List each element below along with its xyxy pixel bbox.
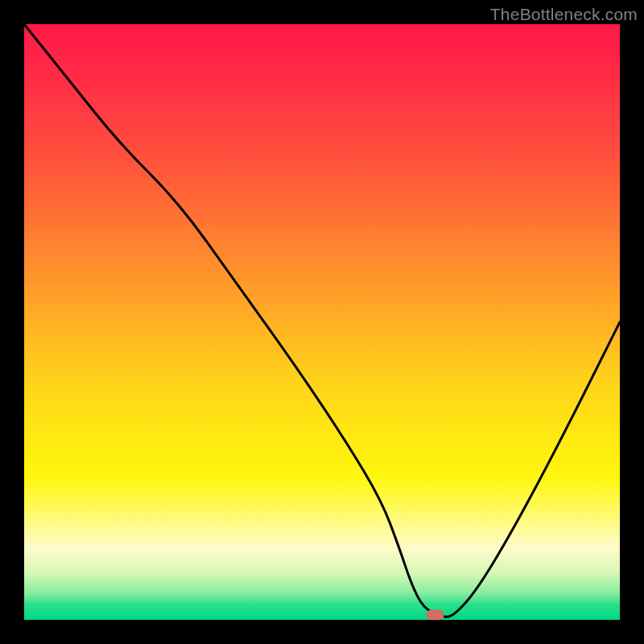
curve-svg: [24, 24, 620, 620]
bottleneck-curve: [24, 24, 620, 617]
watermark-text: TheBottleneck.com: [490, 5, 638, 24]
trough-marker: [427, 609, 444, 620]
chart-frame: TheBottleneck.com: [0, 0, 644, 644]
plot-area: [24, 24, 620, 620]
